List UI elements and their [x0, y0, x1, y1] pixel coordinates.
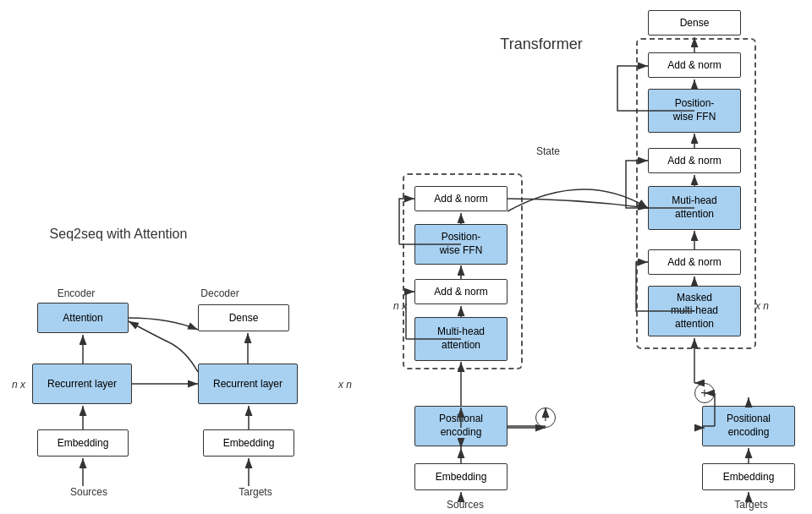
dec-embedding: Embedding [702, 463, 795, 490]
diagram-container: Seq2seq with Attention Encoder Decoder n… [0, 0, 812, 514]
attention-box: Attention [37, 303, 129, 333]
seq2seq-nx: n x [12, 379, 25, 391]
seq2seq-xn: x n [338, 379, 352, 391]
recurrent-dec-box: Recurrent layer [198, 364, 298, 404]
enc-sources-label: Sources [440, 499, 491, 511]
enc-positional: Positional encoding [414, 406, 508, 446]
dec-positional: Positional encoding [702, 406, 795, 446]
seq2seq-title: Seq2seq with Attention [25, 227, 211, 242]
targets-label: Targets [222, 486, 289, 498]
enc-dashed-box [403, 173, 523, 369]
embedding-dec-box: Embedding [203, 429, 294, 457]
transformer-xn: x n [755, 300, 769, 312]
embedding-enc-box: Embedding [37, 429, 129, 457]
dec-dense: Dense [648, 10, 741, 36]
enc-embedding: Embedding [414, 463, 508, 490]
dec-plus-circle: + [694, 383, 715, 403]
enc-plus-circle: + [535, 407, 556, 428]
dec-dashed-box [636, 38, 756, 349]
transformer-title: Transformer [457, 36, 626, 53]
decoder-label: Decoder [186, 287, 254, 299]
sources-label: Sources [55, 486, 123, 498]
state-label: State [523, 145, 573, 157]
dense-dec-box: Dense [198, 304, 289, 331]
encoder-label: Encoder [42, 287, 110, 299]
recurrent-enc-box: Recurrent layer [32, 364, 132, 404]
dec-targets-label: Targets [726, 499, 776, 511]
